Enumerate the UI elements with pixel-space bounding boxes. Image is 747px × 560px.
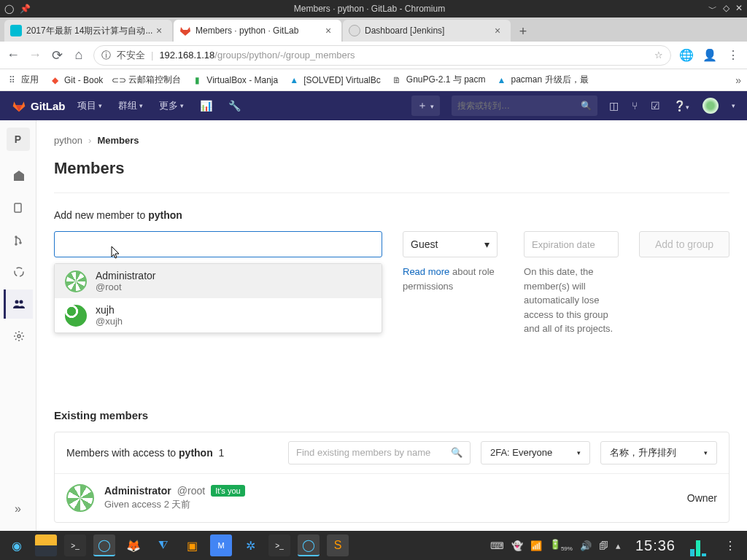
wrench-icon[interactable]: 🔧 bbox=[228, 100, 241, 112]
app-icon[interactable]: M bbox=[210, 534, 232, 556]
app-icon[interactable]: ✲ bbox=[239, 534, 261, 556]
volume-icon[interactable]: 🔊 bbox=[580, 540, 592, 551]
sidebar-overview-icon[interactable] bbox=[4, 161, 33, 190]
issues-icon[interactable]: ◫ bbox=[609, 100, 619, 112]
svg-point-3 bbox=[20, 300, 23, 304]
keyboard-icon[interactable]: ⌨ bbox=[490, 540, 504, 551]
taskbar-menu-icon[interactable]: ⋮ bbox=[719, 534, 741, 556]
menu-icon[interactable]: ⋮ bbox=[725, 48, 741, 62]
bookmark-item[interactable]: ⊂⊃云邮箱控制台 bbox=[113, 74, 181, 86]
new-tab-button[interactable]: + bbox=[512, 21, 534, 42]
star-icon[interactable]: ☆ bbox=[654, 50, 663, 61]
favicon-icon bbox=[10, 25, 22, 36]
members-count-label: Members with access to python 1 bbox=[66, 447, 278, 459]
bookmark-item[interactable]: ▲pacman 升级后，最 bbox=[496, 74, 589, 86]
group-avatar[interactable]: P bbox=[7, 128, 30, 151]
sort-select[interactable]: 名称，升序排列 ▾ bbox=[600, 441, 717, 464]
plus-dropdown[interactable]: ＋ ▾ bbox=[411, 96, 440, 116]
nav-more[interactable]: 更多 ▾ bbox=[159, 99, 184, 112]
home-button[interactable]: ⌂ bbox=[71, 47, 86, 63]
browser-tabstrip: 2017年最新 14期云计算与自动... × Members · python … bbox=[0, 18, 747, 42]
user-avatar[interactable] bbox=[703, 98, 719, 114]
window-maximize-icon[interactable]: ◇ bbox=[723, 3, 729, 15]
start-menu-button[interactable]: ◉ bbox=[6, 534, 28, 556]
bookmark-item[interactable]: ▮VirtualBox - Manja bbox=[191, 74, 278, 86]
bookmark-apps[interactable]: ⠿应用 bbox=[6, 74, 39, 86]
bookmark-item[interactable]: ▲[SOLVED] VirtualBc bbox=[288, 74, 381, 86]
address-bar[interactable]: ⓘ 不安全 | 192.168.1.18/groups/python/-/gro… bbox=[93, 45, 671, 66]
browser-tab-0[interactable]: 2017年最新 14期云计算与自动... × bbox=[4, 20, 172, 42]
tray-icon[interactable]: 👻 bbox=[511, 540, 523, 551]
activity-icon[interactable]: 📊 bbox=[200, 100, 212, 112]
help-icon[interactable]: ❔▾ bbox=[673, 100, 689, 112]
globe-icon[interactable]: 🌐 bbox=[678, 48, 694, 62]
tab-close-icon[interactable]: × bbox=[156, 26, 166, 36]
member-name: Administrator bbox=[104, 485, 171, 497]
sidebar-members-icon[interactable] bbox=[4, 289, 33, 319]
bookmark-item[interactable]: 🗎GnuPG-2.1 与 pacm bbox=[391, 74, 486, 86]
profile-icon[interactable]: 👤 bbox=[702, 48, 718, 62]
bookmarks-bar: ⠿应用 ◆Git - Book ⊂⊃云邮箱控制台 ▮VirtualBox - M… bbox=[0, 69, 747, 91]
back-button[interactable]: ← bbox=[6, 47, 20, 63]
tray-arrow-icon[interactable]: ▴ bbox=[616, 540, 621, 551]
gitlab-logo[interactable]: GitLab bbox=[12, 98, 66, 113]
todos-icon[interactable]: ☑ bbox=[651, 100, 660, 112]
nav-groups[interactable]: 群组 ▾ bbox=[118, 99, 143, 112]
system-monitor-icon[interactable] bbox=[690, 534, 712, 556]
sidebar-ci-icon[interactable] bbox=[4, 257, 33, 287]
search-input[interactable] bbox=[457, 101, 581, 111]
taskview-icon[interactable] bbox=[35, 534, 57, 556]
add-to-group-button[interactable]: Add to group bbox=[639, 231, 729, 257]
updates-icon[interactable]: 🗐 bbox=[599, 540, 608, 551]
vscode-icon[interactable]: ⧨ bbox=[152, 534, 174, 556]
role-select[interactable]: Guest ▾ bbox=[403, 231, 498, 257]
member-search-input[interactable] bbox=[54, 231, 382, 257]
tab-close-icon[interactable]: × bbox=[495, 26, 505, 36]
nav-projects[interactable]: 项目 ▾ bbox=[77, 99, 102, 112]
system-tray[interactable]: ⌨ 👻 📶 🔋59% 🔊 🗐 ▴ bbox=[490, 539, 621, 552]
breadcrumb-group[interactable]: python bbox=[54, 135, 82, 146]
terminal-running-icon[interactable]: >_ bbox=[268, 534, 290, 556]
tab-close-icon[interactable]: × bbox=[325, 26, 336, 36]
sidebar-issues-icon[interactable] bbox=[4, 193, 33, 222]
bookmarks-overflow-icon[interactable]: » bbox=[735, 74, 741, 86]
sidebar-merge-icon[interactable] bbox=[4, 225, 33, 254]
window-minimize-icon[interactable]: ﹀ bbox=[708, 3, 717, 15]
dropdown-item[interactable]: Administrator @root bbox=[55, 264, 382, 298]
browser-toolbar: ← → ⟳ ⌂ ⓘ 不安全 | 192.168.1.18/groups/pyth… bbox=[0, 42, 747, 69]
os-window-titlebar: ◯ 📌 Members · python · GitLab - Chromium… bbox=[0, 0, 747, 18]
sublime-icon[interactable]: ▣ bbox=[181, 534, 203, 556]
read-more-link[interactable]: Read more bbox=[403, 266, 449, 277]
dropdown-user-handle: @root bbox=[96, 281, 155, 292]
dropdown-item[interactable]: xujh @xujh bbox=[55, 298, 382, 332]
terminal-icon[interactable]: >_ bbox=[64, 534, 86, 556]
sidebar-collapse-icon[interactable]: » bbox=[4, 494, 33, 524]
chevron-right-icon: › bbox=[88, 135, 91, 146]
forward-button[interactable]: → bbox=[28, 47, 42, 63]
its-you-badge: It's you bbox=[211, 485, 245, 497]
reload-button[interactable]: ⟳ bbox=[50, 47, 64, 63]
project-sidebar: P » bbox=[0, 120, 36, 531]
browser-tab-1[interactable]: Members · python · GitLab × bbox=[174, 20, 341, 42]
role-help-text: Read more about role permissions bbox=[403, 265, 503, 293]
taskbar-clock[interactable]: 15:36 bbox=[628, 537, 683, 554]
browser-tab-2[interactable]: Dashboard [Jenkins] × bbox=[343, 20, 511, 42]
find-members-input[interactable]: Find existing members by name 🔍 bbox=[288, 441, 471, 464]
battery-icon[interactable]: 🔋59% bbox=[549, 539, 573, 552]
favicon-icon bbox=[179, 25, 191, 36]
tab-title: Dashboard [Jenkins] bbox=[365, 26, 495, 36]
window-close-icon[interactable]: ✕ bbox=[735, 3, 743, 15]
sublime-running-icon[interactable]: S bbox=[327, 534, 349, 556]
merge-requests-icon[interactable]: ⑂ bbox=[632, 100, 638, 112]
bookmark-item[interactable]: ◆Git - Book bbox=[49, 74, 103, 86]
wifi-icon[interactable]: 📶 bbox=[530, 540, 542, 551]
global-search[interactable]: 🔍 bbox=[452, 96, 597, 116]
firefox-icon[interactable]: 🦊 bbox=[123, 534, 144, 556]
chevron-down-icon: ▾ bbox=[139, 102, 143, 109]
filter-2fa-select[interactable]: 2FA: Everyone ▾ bbox=[481, 441, 590, 464]
chromium-running-icon[interactable]: ◯ bbox=[298, 534, 320, 556]
chromium-taskbar-icon[interactable]: ◯ bbox=[93, 534, 115, 556]
bookmark-icon: 🗎 bbox=[391, 74, 403, 86]
expiration-input[interactable]: Expiration date bbox=[524, 231, 619, 257]
sidebar-settings-icon[interactable] bbox=[4, 322, 33, 351]
